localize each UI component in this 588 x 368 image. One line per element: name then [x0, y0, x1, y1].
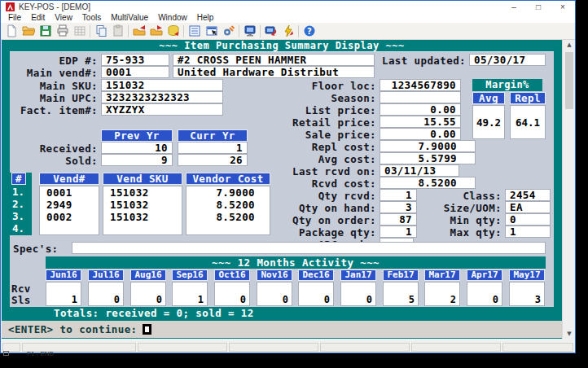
floor-loc-field[interactable]: 1234567890 [380, 79, 461, 91]
toolbar-separator [128, 25, 129, 37]
repl-cost-field[interactable]: 7.9000 [380, 140, 476, 152]
text-cursor[interactable] [143, 324, 151, 335]
sale-price-field[interactable]: 0.00 [380, 128, 461, 140]
main-upc-field[interactable]: 3232323232323 [101, 91, 223, 103]
received-curr-field[interactable]: 1 [178, 142, 248, 154]
settings-wrench-button[interactable] [220, 24, 237, 39]
main-vend-field[interactable]: 0001 [101, 66, 169, 78]
scroll-thumb[interactable] [565, 52, 573, 109]
month-cell[interactable]: 5 [383, 282, 419, 306]
month-cell[interactable]: 0 [257, 282, 292, 306]
sls-value: 0 [215, 294, 249, 305]
scroll-up-arrow[interactable]: ▲ [563, 42, 576, 48]
received-prev-field[interactable]: 10 [101, 142, 173, 154]
specs-field[interactable] [72, 242, 546, 254]
size-uom-field[interactable]: EA [505, 201, 551, 213]
month-header: Aug16 [130, 269, 166, 281]
save-icon [39, 24, 52, 37]
main-sku-field[interactable]: 151032 [101, 79, 223, 91]
monitor-refresh-button[interactable] [262, 24, 279, 39]
max-qty-field[interactable]: 1 [505, 226, 551, 238]
vendor-cost-header: Vendor Cost [186, 173, 270, 185]
season-label: Season: [238, 92, 376, 104]
status-f1-end: F1 - END [23, 350, 54, 358]
vendor-cell: 0001 [40, 186, 99, 199]
open-folder-button[interactable] [20, 24, 37, 39]
menu-view[interactable]: View [50, 13, 77, 23]
scroll-down-arrow[interactable]: ▼ [563, 331, 576, 337]
vendor-cell: 151032 [103, 186, 182, 199]
print-button[interactable] [54, 24, 71, 39]
folder-export-button[interactable] [147, 24, 165, 39]
menu-window[interactable]: Window [153, 13, 192, 23]
sold-prev-field[interactable]: 9 [101, 154, 173, 166]
window-select-button[interactable] [203, 24, 220, 39]
month-header: Oct16 [214, 269, 250, 281]
description-field[interactable]: #2 CROSS PEEN HAMMER [173, 54, 375, 66]
last-rcvd-field[interactable]: 03/11/13 [380, 164, 459, 177]
qty-on-hand-label: Qty on hand: [238, 202, 376, 214]
toolbar: ? [1, 23, 575, 40]
vendor-vend-column[interactable]: 0001 2949 0002 [39, 186, 99, 235]
svg-text:?: ? [307, 27, 312, 36]
sls-value: 0 [467, 294, 502, 305]
menu-tools[interactable]: Tools [77, 13, 106, 23]
avg-cost-field[interactable]: 5.5799 [380, 152, 476, 164]
paste-button[interactable] [109, 24, 126, 39]
vertical-scrollbar[interactable]: ▲ ▼ [562, 40, 575, 339]
menu-file[interactable]: File [3, 13, 26, 23]
last-updated-field[interactable]: 05/30/17 [469, 54, 546, 66]
received-label: Received: [10, 142, 98, 155]
help-button[interactable]: ? [301, 24, 318, 39]
menu-edit[interactable]: Edit [26, 13, 50, 23]
main-sku-label: Main SKU: [10, 80, 98, 92]
edp-field[interactable]: 75-933 [101, 54, 169, 66]
month-cell[interactable]: 0 [298, 282, 334, 306]
save-button[interactable] [37, 24, 54, 39]
min-qty-field[interactable]: 0 [505, 213, 551, 226]
menu-help[interactable]: Help [192, 13, 219, 23]
list-document-button[interactable] [186, 24, 203, 39]
close-button[interactable]: × [551, 1, 575, 13]
vendor-vend-header: Vend# [39, 173, 99, 185]
copy-button[interactable] [92, 24, 109, 39]
vendor-sku-column[interactable]: 151032 151032 151032 [103, 186, 182, 235]
database-export-button[interactable] [165, 24, 182, 39]
monitor-button[interactable] [241, 24, 258, 39]
month-cell[interactable]: 0 [340, 282, 376, 306]
month-header: Mar17 [424, 269, 460, 281]
list-price-field[interactable]: 0.00 [380, 103, 461, 116]
menu-multivalue[interactable]: MultiValue [106, 13, 153, 23]
rcv-value [257, 283, 292, 294]
prompt-text: <ENTER> to continue: [8, 323, 138, 335]
lightning-button[interactable] [279, 24, 296, 39]
vendor-cell: 0002 [40, 211, 99, 223]
vendor-row-num: 3. [12, 210, 30, 222]
margin-repl-header: Repl [510, 92, 546, 104]
status-bar: F1 - END [2, 342, 575, 353]
number-grid-button[interactable] [71, 24, 88, 39]
class-field[interactable]: 2454 [505, 189, 551, 201]
sls-value: 0 [257, 294, 292, 305]
month-header: Jun16 [46, 269, 81, 281]
folder-import-button[interactable] [130, 24, 147, 39]
month-cell[interactable]: 1 [46, 282, 81, 306]
season-field[interactable] [380, 91, 461, 103]
month-cell[interactable]: 1 [172, 282, 208, 306]
month-cell[interactable]: 3 [509, 282, 545, 306]
minimize-button[interactable]: – [502, 1, 526, 13]
month-cell[interactable]: 0 [130, 282, 166, 306]
month-cell[interactable]: 0 [467, 282, 502, 306]
vendor-name-field[interactable]: United Hardware Distribut [173, 66, 375, 78]
fact-item-field[interactable]: XYZZYX [101, 103, 223, 116]
month-header: Jul16 [88, 269, 124, 281]
new-file-button[interactable] [2, 24, 20, 39]
sold-curr-field[interactable]: 26 [178, 154, 248, 166]
month-cell[interactable]: 2 [424, 282, 460, 306]
retail-price-field[interactable]: 15.55 [380, 116, 461, 128]
rcvd-cost-field[interactable]: 8.5200 [380, 177, 476, 189]
month-cell[interactable]: 0 [88, 282, 124, 306]
lightning-icon [282, 24, 295, 37]
month-cell[interactable]: 0 [214, 282, 250, 306]
maximize-button[interactable]: □ [526, 1, 551, 13]
